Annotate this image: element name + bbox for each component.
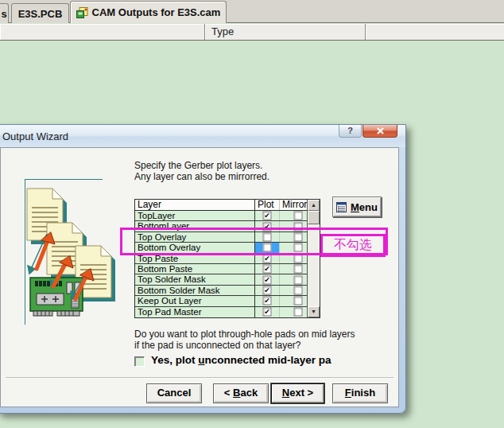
table-header-row: LayerPlotMirror xyxy=(135,200,307,211)
plot-checkbox[interactable]: ✔ xyxy=(263,254,272,263)
close-button[interactable] xyxy=(362,125,397,138)
menu-button[interactable]: Menu xyxy=(332,196,382,217)
mirror-cell[interactable] xyxy=(279,264,307,274)
table-row[interactable]: Top Solder Mask✔ xyxy=(135,274,307,285)
mirror-checkbox[interactable] xyxy=(294,232,303,241)
mirror-checkbox[interactable] xyxy=(294,275,303,284)
plot-cell[interactable]: ✔ xyxy=(255,211,279,220)
mirror-cell[interactable] xyxy=(279,221,307,231)
scrollbar-up-icon[interactable]: ▲ xyxy=(308,200,320,211)
tab-e3s-pcb[interactable]: E3S.PCB xyxy=(11,3,69,23)
instruction-line-1: Specify the Gerber plot layers. xyxy=(134,160,269,171)
plot-cell[interactable]: ✔ xyxy=(255,286,279,295)
column-header-type[interactable]: Type xyxy=(205,24,366,40)
plot-cell[interactable]: ✔ xyxy=(255,221,279,231)
table-row[interactable]: Bottom Solder Mask✔ xyxy=(135,286,307,296)
plot-checkbox[interactable]: ✔ xyxy=(263,308,272,317)
cam-document-icon xyxy=(76,7,88,18)
table-row[interactable]: TopLayer✔ xyxy=(135,211,307,221)
table-row[interactable]: Keep Out Layer✔ xyxy=(135,296,307,306)
mirror-checkbox[interactable] xyxy=(294,265,303,274)
plot-checkbox[interactable]: ✔ xyxy=(263,265,272,274)
layer-name-cell: Top Overlay xyxy=(135,232,255,242)
mirror-checkbox[interactable] xyxy=(294,297,303,305)
plot-checkbox[interactable] xyxy=(263,243,272,252)
mirror-checkbox[interactable] xyxy=(294,286,303,294)
button-separator xyxy=(6,377,394,379)
plot-checkbox[interactable]: ✔ xyxy=(263,222,272,231)
plot-cell[interactable] xyxy=(255,232,279,242)
layer-name-cell: Bottom Overlay xyxy=(135,243,255,252)
mirror-cell[interactable] xyxy=(279,274,307,284)
annotation-text: 不勾选 xyxy=(334,237,372,254)
question-line-2: if the pad is unconnected on that layer? xyxy=(134,340,355,351)
layer-name-cell: BottomLayer xyxy=(135,221,255,231)
window-buttons: ? xyxy=(339,125,397,138)
layer-table: ▲ ▼ LayerPlotMirrorTopLayer✔BottomLayer✔… xyxy=(134,199,320,318)
scrollbar-down-icon[interactable]: ▼ xyxy=(308,306,320,317)
plot-cell[interactable] xyxy=(255,243,279,252)
help-button[interactable]: ? xyxy=(339,125,362,138)
plot-cell[interactable]: ✔ xyxy=(255,296,279,305)
layer-name-cell: Top Paste xyxy=(135,254,255,263)
layer-name-cell: TopLayer xyxy=(135,211,255,220)
mirror-cell[interactable] xyxy=(279,296,307,305)
plot-checkbox[interactable]: ✔ xyxy=(263,212,272,220)
finish-button[interactable]: Finish xyxy=(332,383,388,403)
plot-cell[interactable]: ✔ xyxy=(255,254,279,263)
mirror-cell[interactable] xyxy=(279,254,307,263)
plot-checkbox[interactable]: ✔ xyxy=(263,286,272,294)
plot-cell[interactable]: ✔ xyxy=(255,274,279,284)
tab-partial[interactable]: s xyxy=(0,3,9,23)
document-tab-bar: s E3S.PCB CAM Outputs for E3S.cam xyxy=(0,0,504,23)
mirror-cell[interactable] xyxy=(279,243,307,252)
table-row[interactable]: Top Overlay xyxy=(135,232,307,243)
back-button[interactable]: < Back xyxy=(213,383,269,403)
next-button[interactable]: Next > xyxy=(271,383,324,403)
mirror-checkbox[interactable] xyxy=(294,243,303,252)
table-row[interactable]: Bottom Paste✔ xyxy=(135,264,307,274)
output-wizard-dialog: Output Wizard ? Specify the Gerber plot … xyxy=(0,124,406,414)
column-header-layer[interactable]: Layer xyxy=(135,200,255,210)
mirror-cell[interactable] xyxy=(279,232,307,242)
annotation-text-box: 不勾选 xyxy=(320,234,386,257)
plot-checkbox[interactable]: ✔ xyxy=(263,275,272,284)
gerber-output-illustration xyxy=(20,183,119,330)
mirror-checkbox[interactable] xyxy=(294,212,303,220)
layer-name-cell: Top Solder Mask xyxy=(135,274,255,284)
mirror-cell[interactable] xyxy=(279,307,307,317)
column-header-plot[interactable]: Plot xyxy=(255,200,279,210)
mid-layer-question: Do you want to plot through-hole pads on… xyxy=(134,329,355,351)
scrollbar-thumb[interactable] xyxy=(308,211,320,224)
dialog-titlebar[interactable]: Output Wizard ? xyxy=(0,125,405,147)
question-line-1: Do you want to plot through-hole pads on… xyxy=(134,329,355,340)
table-scrollbar[interactable]: ▲ ▼ xyxy=(307,200,320,317)
table-row[interactable]: Top Paste✔ xyxy=(135,254,307,264)
menu-icon xyxy=(336,202,347,212)
table-row[interactable]: Bottom Overlay xyxy=(135,243,307,253)
mirror-checkbox[interactable] xyxy=(294,222,303,231)
yes-plot-unconnected-label: Yes, plot unconnected mid-layer pa xyxy=(151,354,331,366)
mirror-cell[interactable] xyxy=(279,286,307,295)
tab-cam-outputs[interactable]: CAM Outputs for E3S.cam xyxy=(70,1,227,23)
plot-checkbox[interactable]: ✔ xyxy=(263,297,272,305)
tab-partial-label: s xyxy=(1,8,6,20)
dialog-title: Output Wizard xyxy=(2,130,68,142)
table-row[interactable]: Top Pad Master✔ xyxy=(135,307,307,317)
wizard-instructions: Specify the Gerber plot layers. Any laye… xyxy=(134,160,269,182)
column-header-blank-left[interactable] xyxy=(0,24,205,40)
cancel-button[interactable]: Cancel xyxy=(146,383,202,403)
plot-cell[interactable]: ✔ xyxy=(255,264,279,274)
mirror-checkbox[interactable] xyxy=(294,254,303,263)
column-header-mirror[interactable]: Mirror xyxy=(279,200,307,210)
plot-cell[interactable]: ✔ xyxy=(255,307,279,317)
close-icon xyxy=(376,127,385,134)
layer-name-cell: Bottom Paste xyxy=(135,264,255,274)
screen: s E3S.PCB CAM Outputs for E3S.cam Type O… xyxy=(0,0,504,428)
mirror-checkbox[interactable] xyxy=(294,308,303,317)
table-row[interactable]: BottomLayer✔ xyxy=(135,221,307,232)
yes-plot-unconnected-checkbox[interactable] xyxy=(134,356,145,367)
column-header-blank-right[interactable] xyxy=(366,24,504,40)
plot-checkbox[interactable] xyxy=(263,232,272,241)
mirror-cell[interactable] xyxy=(279,211,307,220)
